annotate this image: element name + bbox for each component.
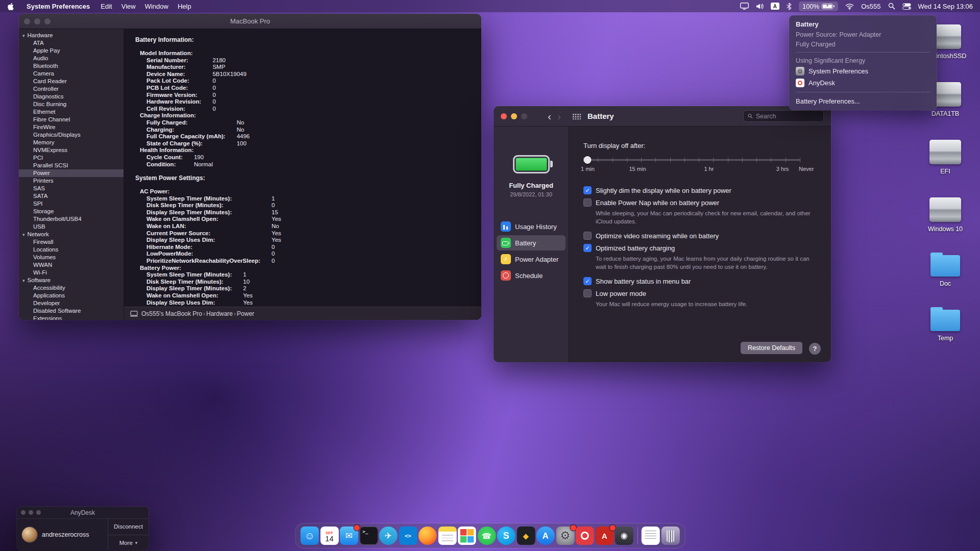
sidebar-item-locations[interactable]: Locations [19,246,124,254]
checkbox-slightly-dim-the-display-while-on-battery-power[interactable] [583,186,592,194]
menu-item-anydesk[interactable]: AnyDesk [789,77,937,89]
wifi-icon[interactable] [845,3,854,10]
dock-icon-system-preferences[interactable]: ⚙ [556,527,574,545]
close-button[interactable] [24,18,30,24]
minimize-button[interactable] [34,18,40,24]
more-button[interactable]: More [108,535,149,551]
sidebar-item-applications[interactable]: Applications [19,292,124,299]
sidebar-item-usb[interactable]: USB [19,223,124,231]
dock-icon-vscode[interactable]: <> [399,527,417,545]
battery-title-bar[interactable]: Battery [494,106,831,127]
sidebar-item-diagnostics[interactable]: Diagnostics [19,93,124,101]
sidebar-item-firewall[interactable]: Firewall [19,238,124,246]
sysinfo-title-bar[interactable]: MacBook Pro [19,14,481,29]
sidebar-item-graphics-displays[interactable]: Graphics/Displays [19,131,124,139]
menu-window[interactable]: Window [140,3,173,10]
sidebar-item-memory[interactable]: Memory [19,139,124,146]
dock-icon-mail[interactable]: ✉ [340,527,358,545]
sidebar-item-sata[interactable]: SATA [19,192,124,200]
show-all-icon[interactable] [572,113,581,119]
sidebar-item-disabled-software[interactable]: Disabled Software [19,307,124,315]
dock-icon-calendar[interactable]: SEP14 [320,527,338,545]
sidebar-item-wi-fi[interactable]: Wi-Fi [19,269,124,277]
close-button[interactable] [501,113,507,119]
sidebar-item-extensions[interactable]: Extensions [19,315,124,320]
dock-icon-terminal[interactable]: >_ [359,527,378,545]
sidebar-item-nvmexpress[interactable]: NVMExpress [19,146,124,154]
volume-icon[interactable] [756,3,764,10]
checkbox-optimized-battery-charging[interactable] [583,244,592,252]
search-input[interactable] [756,113,819,120]
menu-help[interactable]: Help [173,3,196,10]
app-menu-title[interactable]: System Preferences [22,3,94,10]
sidebar-item-disc-burning[interactable]: Disc Burning [19,101,124,108]
sidebar-item-pci[interactable]: PCI [19,154,124,162]
dock-icon-textedit[interactable] [642,527,660,545]
input-source-icon[interactable]: A [771,3,779,10]
dock-icon-whatsapp[interactable]: ☎ [477,527,496,545]
sidebar-item-controller[interactable]: Controller [19,85,124,93]
dock-icon-adobe[interactable]: A [595,527,614,545]
sidebar-item-battery[interactable]: Battery [497,235,566,251]
sidebar-item-firewire[interactable]: FireWire [19,123,124,131]
menu-view[interactable]: View [117,3,140,10]
dock-icon-notes[interactable] [438,527,456,545]
sidebar-item-developer[interactable]: Developer [19,299,124,307]
sidebar-item-card-reader[interactable]: Card Reader [19,78,124,85]
sidebar-item-apple-pay[interactable]: Apple Pay [19,47,124,55]
sidebar-item-wwan[interactable]: WWAN [19,261,124,269]
dock-icon-anydesk[interactable] [576,527,594,545]
sidebar-item-audio[interactable]: Audio [19,55,124,62]
menu-item-battery-preferences[interactable]: Battery Preferences... [789,95,937,107]
checkbox-show-battery-status-in-menu-bar[interactable] [583,277,592,285]
dock-icon-binance[interactable]: ◆ [517,527,535,545]
sidebar-item-accessibility[interactable]: Accessibility [19,284,124,292]
menu-edit[interactable]: Edit [96,3,116,10]
dock-icon-trash[interactable] [661,527,679,545]
sidebar-item-bluetooth[interactable]: Bluetooth [19,62,124,70]
dock-icon-skype[interactable]: S [497,527,516,545]
zoom-button[interactable] [44,18,51,24]
dock-icon-app-grid[interactable] [458,527,476,545]
sidebar-item-fibre-channel[interactable]: Fibre Channel [19,116,124,123]
dock-icon-finder[interactable]: ☺ [301,527,319,545]
tree-section-network[interactable]: Network [19,231,124,238]
zoom-button[interactable] [521,113,527,119]
restore-defaults-button[interactable]: Restore Defaults [741,342,802,354]
bluetooth-icon[interactable] [787,3,792,10]
search-field[interactable] [743,110,824,122]
tree-section-hardware[interactable]: Hardware [19,32,124,39]
back-button[interactable] [545,111,554,121]
sidebar-item-storage[interactable]: Storage [19,208,124,215]
checkbox-optimize-video-streaming-while-on-battery[interactable] [583,232,592,240]
account-name[interactable]: Os555 [861,3,880,10]
slider-track[interactable] [583,159,800,161]
dock-icon-telegram[interactable]: ✈ [379,527,398,545]
sidebar-item-power-adapter[interactable]: Power Adapter [497,252,566,267]
battery-menu-item[interactable]: 100% ⚡ [799,2,838,11]
sidebar-item-parallel-scsi[interactable]: Parallel SCSI [19,162,124,169]
spotlight-icon[interactable] [888,3,895,10]
desktop-icon-efi[interactable]: EFI [929,140,961,175]
checkbox-enable-power-nap-while-on-battery-power[interactable] [583,198,592,207]
minimize-button[interactable] [511,113,517,119]
sidebar-item-ethernet[interactable]: Ethernet [19,108,124,116]
display-off-slider[interactable] [583,156,800,164]
apple-menu[interactable] [7,2,14,11]
sidebar-item-schedule[interactable]: Schedule [497,268,566,283]
control-center-icon[interactable] [902,3,911,10]
sidebar-item-power[interactable]: Power [19,169,124,177]
forward-button[interactable] [554,111,564,121]
checkbox-low-power-mode[interactable] [583,289,592,297]
slider-handle[interactable] [584,156,592,164]
menubar-clock[interactable]: Wed 14 Sep 13:06 [918,3,973,10]
sidebar-item-camera[interactable]: Camera [19,70,124,78]
desktop-icon-windows-10[interactable]: Windows 10 [928,197,963,233]
disconnect-button[interactable]: Disconnect [108,519,149,535]
desktop-icon-temp[interactable]: Temp [930,310,960,342]
sidebar-item-volumes[interactable]: Volumes [19,254,124,261]
dock-icon-firefox[interactable] [419,527,437,545]
anydesk-title-bar[interactable]: AnyDesk [17,507,149,519]
sidebar-item-printers[interactable]: Printers [19,177,124,185]
sidebar-item-ata[interactable]: ATA [19,39,124,47]
